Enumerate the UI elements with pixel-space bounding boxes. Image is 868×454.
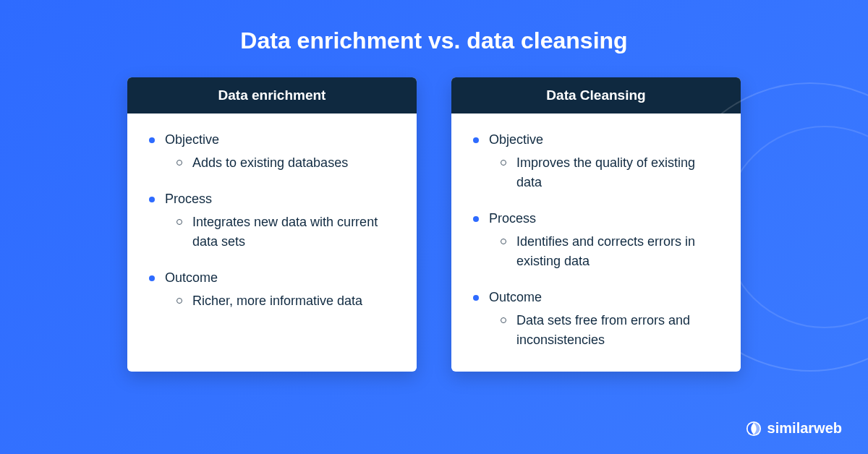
- bullet-filled-icon: [473, 295, 479, 301]
- bullet-hollow-icon: [501, 239, 506, 244]
- section-detail-text: Integrates new data with current data se…: [192, 213, 395, 252]
- bullet-hollow-icon: [176, 160, 182, 166]
- card-enrichment: Data enrichment Objective Adds to existi…: [127, 77, 417, 372]
- brand-logo: similarweb: [746, 420, 842, 437]
- section-detail: Richer, more informative data: [149, 291, 395, 311]
- page-title: Data enrichment vs. data cleansing: [0, 0, 868, 77]
- bullet-filled-icon: [149, 137, 155, 143]
- brand-text: similarweb: [767, 420, 842, 437]
- bullet-filled-icon: [473, 137, 479, 143]
- section-label-text: Process: [165, 192, 212, 207]
- bullet-hollow-icon: [176, 298, 182, 304]
- section-detail-text: Richer, more informative data: [192, 291, 362, 311]
- section-outcome: Outcome Richer, more informative data: [149, 270, 395, 311]
- section-objective: Objective Adds to existing databases: [149, 132, 395, 173]
- section-label-text: Objective: [165, 132, 219, 147]
- section-outcome: Outcome Data sets free from errors and i…: [473, 290, 719, 350]
- bullet-hollow-icon: [501, 317, 506, 323]
- bullet-hollow-icon: [501, 160, 506, 166]
- bullet-filled-icon: [149, 197, 155, 202]
- section-detail: Data sets free from errors and inconsist…: [473, 311, 719, 350]
- section-label: Objective: [149, 132, 395, 147]
- bullet-hollow-icon: [176, 219, 182, 225]
- bullet-filled-icon: [473, 216, 479, 222]
- section-process: Process Integrates new data with current…: [149, 192, 395, 252]
- bullet-filled-icon: [149, 275, 155, 281]
- section-label: Process: [149, 192, 395, 207]
- section-label: Outcome: [149, 270, 395, 286]
- section-label-text: Outcome: [165, 270, 218, 286]
- card-body: Objective Adds to existing databases Pro…: [127, 113, 417, 333]
- section-label-text: Outcome: [489, 290, 542, 305]
- section-label-text: Objective: [489, 132, 543, 147]
- section-label: Objective: [473, 132, 719, 147]
- section-detail-text: Data sets free from errors and inconsist…: [516, 311, 719, 350]
- section-detail: Integrates new data with current data se…: [149, 213, 395, 252]
- section-detail-text: Adds to existing databases: [192, 153, 348, 173]
- section-label-text: Process: [489, 211, 536, 226]
- similarweb-icon: [746, 421, 762, 437]
- section-detail: Adds to existing databases: [149, 153, 395, 173]
- card-header: Data enrichment: [127, 77, 417, 113]
- card-header: Data Cleansing: [451, 77, 741, 113]
